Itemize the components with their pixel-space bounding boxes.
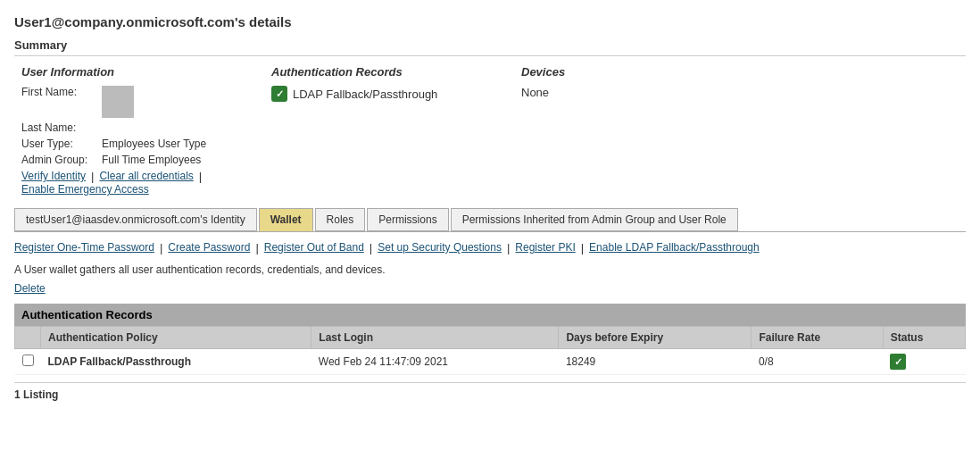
last-name-label: Last Name: bbox=[21, 121, 102, 134]
admin-group-label: Admin Group: bbox=[21, 154, 102, 166]
admin-group-value: Full Time Employees bbox=[102, 154, 201, 166]
row-status: ✓ bbox=[883, 349, 965, 375]
th-days-expiry: Days before Expiry bbox=[559, 327, 752, 349]
devices-column: Devices None bbox=[514, 65, 693, 196]
row-days-expiry: 18249 bbox=[559, 349, 752, 375]
devices-value: None bbox=[521, 86, 685, 99]
user-info-title: User Information bbox=[21, 65, 257, 79]
th-last-login: Last Login bbox=[311, 327, 559, 349]
clear-credentials-link[interactable]: Clear all credentials bbox=[99, 170, 193, 183]
tab-permissions-inherited[interactable]: Permissions Inherited from Admin Group a… bbox=[451, 208, 738, 231]
user-type-value: Employees User Type bbox=[102, 138, 206, 150]
row-policy: LDAP Fallback/Passthrough bbox=[41, 349, 311, 375]
row-checkbox[interactable] bbox=[22, 355, 34, 366]
row-checkbox-cell bbox=[15, 349, 41, 375]
user-info-column: User Information First Name: Last Name: … bbox=[14, 65, 264, 196]
row-last-login: Wed Feb 24 11:47:09 2021 bbox=[311, 349, 559, 375]
table-header-row: Authentication Policy Last Login Days be… bbox=[15, 327, 966, 349]
th-checkbox bbox=[15, 327, 41, 349]
th-policy: Authentication Policy bbox=[41, 327, 311, 349]
tab-wallet[interactable]: Wallet bbox=[259, 208, 313, 231]
tab-roles[interactable]: Roles bbox=[315, 208, 366, 231]
auth-records-column: Authentication Records ✓ LDAP Fallback/P… bbox=[264, 65, 514, 196]
verify-identity-link[interactable]: Verify Identity bbox=[21, 170, 86, 183]
action-links: Verify Identity | Clear all credentials … bbox=[21, 170, 257, 196]
status-active-icon: ✓ bbox=[890, 354, 906, 370]
auth-records-table: Authentication Policy Last Login Days be… bbox=[14, 326, 966, 375]
auth-records-section-header: Authentication Records bbox=[14, 304, 966, 326]
summary-heading: Summary bbox=[14, 38, 966, 56]
first-name-avatar bbox=[102, 86, 134, 118]
auth-check-icon: ✓ bbox=[271, 86, 287, 102]
auth-records-title: Authentication Records bbox=[271, 65, 507, 79]
wallet-sub-links: Register One-Time Password | Create Pass… bbox=[14, 241, 966, 255]
user-type-label: User Type: bbox=[21, 138, 102, 150]
setup-security-questions-link[interactable]: Set up Security Questions bbox=[378, 241, 502, 255]
summary-grid: User Information First Name: Last Name: … bbox=[14, 65, 966, 196]
admin-group-row: Admin Group: Full Time Employees bbox=[21, 154, 257, 166]
table-row: LDAP Fallback/Passthrough Wed Feb 24 11:… bbox=[15, 349, 966, 375]
tabs-bar: testUser1@iaasdev.onmicrosoft.com's Iden… bbox=[14, 208, 966, 231]
page-title: User1@company.onmicrosoft.com's details bbox=[14, 14, 966, 29]
register-out-of-band-link[interactable]: Register Out of Band bbox=[264, 241, 364, 255]
register-pki-link[interactable]: Register PKI bbox=[515, 241, 575, 255]
auth-record-item: ✓ LDAP Fallback/Passthrough bbox=[271, 86, 507, 102]
listing-count: 1 Listing bbox=[14, 382, 966, 401]
row-failure-rate: 0/8 bbox=[752, 349, 883, 375]
wallet-tab-content: Register One-Time Password | Create Pass… bbox=[14, 231, 966, 401]
tab-identity[interactable]: testUser1@iaasdev.onmicrosoft.com's Iden… bbox=[14, 208, 257, 231]
enable-emergency-link[interactable]: Enable Emergency Access bbox=[21, 183, 149, 196]
auth-record-label: LDAP Fallback/Passthrough bbox=[293, 88, 437, 101]
devices-title: Devices bbox=[521, 65, 685, 79]
register-otp-link[interactable]: Register One-Time Password bbox=[14, 241, 154, 255]
tab-permissions[interactable]: Permissions bbox=[367, 208, 448, 231]
user-type-row: User Type: Employees User Type bbox=[21, 138, 257, 150]
first-name-label: First Name: bbox=[21, 86, 102, 98]
first-name-row: First Name: bbox=[21, 86, 257, 118]
wallet-description: A User wallet gathers all user authentic… bbox=[14, 263, 966, 276]
th-status: Status bbox=[883, 327, 965, 349]
last-name-row: Last Name: bbox=[21, 121, 257, 134]
th-failure-rate: Failure Rate bbox=[752, 327, 883, 349]
create-password-link[interactable]: Create Password bbox=[168, 241, 250, 255]
enable-ldap-link[interactable]: Enable LDAP Fallback/Passthrough bbox=[589, 241, 760, 255]
delete-link[interactable]: Delete bbox=[14, 282, 46, 295]
